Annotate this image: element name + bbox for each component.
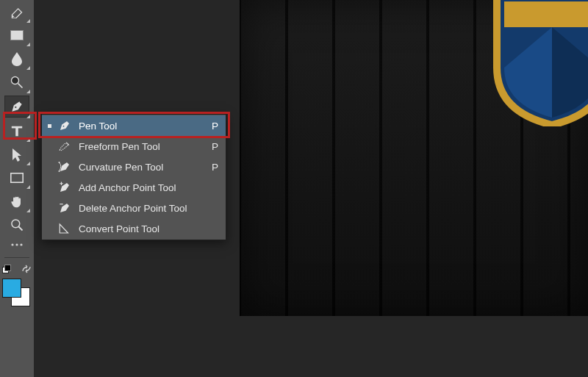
svg-point-14 [59,162,60,163]
pen-icon [57,119,73,132]
color-swatches[interactable] [2,279,32,308]
colors-default-swap[interactable] [2,264,32,274]
svg-point-8 [15,243,18,245]
flyout-item-shortcut: P [207,162,218,173]
delete-anchor-icon [57,201,73,215]
dodge-tool[interactable] [4,72,29,93]
flyout-item-label: Pen Tool [79,121,207,132]
flyout-item-curvature-pen-tool[interactable]: Curvature Pen Tool P [42,157,226,177]
pen-tool[interactable] [4,96,29,118]
flyout-item-label: Curvature Pen Tool [79,162,207,173]
rectangle-shape-tool[interactable] [4,168,29,188]
svg-rect-0 [11,31,24,40]
svg-line-6 [19,227,23,231]
svg-point-12 [63,126,65,127]
swap-colors-icon [21,265,32,273]
flyout-item-pen-tool[interactable]: Pen Tool P [42,115,226,136]
flyout-item-convert-point-tool[interactable]: Convert Point Tool [42,218,226,239]
flyout-item-freeform-pen-tool[interactable]: Freeform Pen Tool P [42,136,226,157]
flyout-item-label: Delete Anchor Point Tool [79,203,207,214]
convert-point-icon [57,222,73,235]
gradient-tool[interactable] [4,25,29,46]
curvature-pen-icon [57,160,73,173]
default-colors-icon [2,265,12,273]
svg-line-2 [18,84,23,88]
flyout-item-shortcut: P [207,121,218,132]
tools-panel [0,0,34,377]
flyout-item-label: Add Anchor Point Tool [79,182,207,193]
path-selection-tool[interactable] [4,144,29,165]
badge-artwork [490,0,588,126]
svg-rect-4 [11,173,23,182]
flyout-item-shortcut: P [207,141,218,152]
svg-rect-11 [5,265,11,271]
flyout-item-delete-anchor-point-tool[interactable]: Delete Anchor Point Tool [42,198,226,218]
svg-point-5 [12,220,20,228]
svg-point-7 [11,243,13,245]
add-anchor-icon [57,181,73,194]
svg-point-3 [15,107,16,108]
foreground-color-swatch[interactable] [2,279,21,298]
type-tool[interactable] [4,121,29,141]
svg-point-1 [12,77,19,85]
edit-toolbar-button[interactable] [4,238,29,251]
active-marker-icon [46,124,52,128]
svg-point-9 [20,243,22,245]
blur-tool[interactable] [4,49,29,69]
toolbar-divider [4,257,29,258]
freeform-pen-icon [57,140,73,153]
eraser-tool[interactable] [4,1,29,22]
zoom-tool[interactable] [4,215,29,235]
pen-tool-flyout: Pen Tool P Freeform Pen Tool P Curvature… [41,114,226,240]
hand-tool[interactable] [4,191,29,212]
svg-point-13 [59,170,60,172]
flyout-item-label: Convert Point Tool [79,223,207,234]
flyout-item-add-anchor-point-tool[interactable]: Add Anchor Point Tool [42,177,226,198]
canvas[interactable] [240,0,588,316]
flyout-item-label: Freeform Pen Tool [79,141,207,152]
